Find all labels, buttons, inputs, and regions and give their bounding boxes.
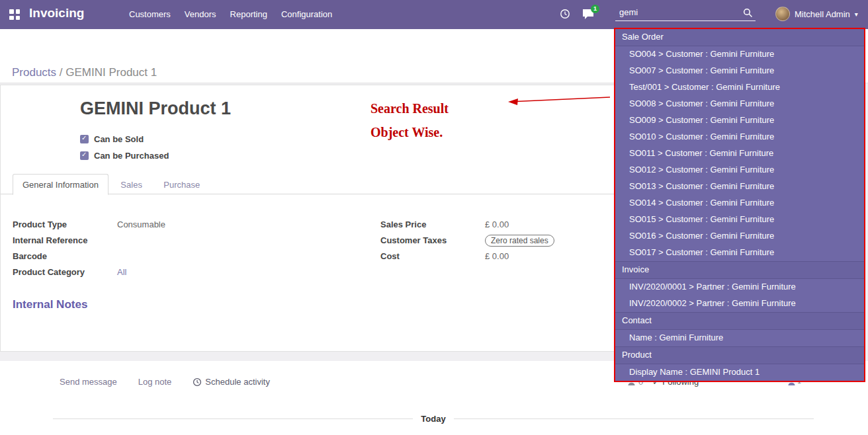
sales-price-label: Sales Price	[380, 219, 485, 231]
section-header-product: Product	[615, 346, 864, 364]
tab-purchase[interactable]: Purchase	[154, 175, 209, 194]
contact-items: Name : Gemini Furniture	[615, 330, 864, 346]
avatar	[775, 7, 790, 21]
breadcrumb-products-link[interactable]: Products	[12, 66, 56, 79]
global-search	[615, 5, 756, 21]
schedule-activity-button[interactable]: Schedule activity	[193, 377, 270, 387]
can-be-sold-row[interactable]: Can be Sold	[80, 134, 144, 144]
fields-left-column: Product Type Consumable Internal Referen…	[13, 219, 343, 282]
tab-general-information[interactable]: General Information	[13, 174, 108, 195]
search-result-item[interactable]: SO009 > Customer : Gemini Furniture	[615, 112, 864, 129]
section-sale-order: Sale Order SO004 > Customer : Gemini Fur…	[615, 29, 864, 261]
annotation-line2: Object Wise.	[370, 120, 449, 144]
chatter-actions: Send message Log note Schedule activity	[60, 377, 270, 387]
invoicing-app: Invoicing Customers Vendors Reporting Co…	[0, 0, 868, 435]
breadcrumb: Products / GEMINI Product 1	[12, 66, 157, 79]
internal-reference-label: Internal Reference	[13, 235, 117, 247]
barcode-row: Barcode	[13, 251, 343, 262]
can-be-purchased-label: Can be Purchased	[94, 151, 169, 161]
can-be-purchased-row[interactable]: Can be Purchased	[80, 151, 169, 161]
search-result-item[interactable]: SO012 > Customer : Gemini Furniture	[615, 162, 864, 178]
can-be-sold-label: Can be Sold	[94, 134, 144, 144]
app-title[interactable]: Invoicing	[29, 6, 84, 20]
tab-sales[interactable]: Sales	[111, 175, 152, 194]
search-result-item[interactable]: SO007 > Customer : Gemini Furniture	[615, 63, 864, 79]
search-input[interactable]	[615, 5, 738, 20]
sales-price-value: £ 0.00	[485, 219, 509, 231]
search-result-item[interactable]: Name : Gemini Furniture	[615, 330, 864, 346]
search-result-item[interactable]: SO017 > Customer : Gemini Furniture	[615, 245, 864, 261]
can-be-sold-checkbox[interactable]	[80, 135, 89, 143]
product-items: Display Name : GEMINI Product 1	[615, 364, 864, 381]
search-results-dropdown: Sale Order SO004 > Customer : Gemini Fur…	[614, 28, 865, 382]
activities-clock-icon[interactable]	[560, 9, 570, 22]
search-result-item[interactable]: INV/2020/0001 > Partner : Gemini Furnitu…	[615, 279, 864, 296]
annotation-text: Search Result Object Wise.	[370, 97, 449, 144]
user-name: Mitchell Admin	[795, 9, 850, 19]
annotation-line1: Search Result	[370, 97, 449, 120]
product-title: GEMINI Product 1	[80, 99, 231, 119]
send-message-button[interactable]: Send message	[60, 377, 117, 387]
internal-reference-row: Internal Reference	[13, 235, 343, 247]
date-divider: Today	[53, 414, 814, 424]
section-header-sale-order: Sale Order	[615, 29, 864, 46]
search-result-item[interactable]: Test/001 > Customer : Gemini Furniture	[615, 79, 864, 96]
breadcrumb-current: GEMINI Product 1	[65, 66, 157, 79]
search-result-item[interactable]: SO010 > Customer : Gemini Furniture	[615, 129, 864, 145]
search-icon[interactable]	[743, 8, 753, 20]
apps-grid-icon[interactable]	[9, 9, 20, 20]
user-menu[interactable]: Mitchell Admin ▾	[775, 7, 858, 21]
product-category-value[interactable]: All	[117, 266, 126, 278]
menu-reporting[interactable]: Reporting	[230, 9, 267, 19]
section-contact: Contact Name : Gemini Furniture	[615, 312, 864, 346]
search-result-item[interactable]: SO014 > Customer : Gemini Furniture	[615, 195, 864, 212]
customer-taxes-tag[interactable]: Zero rated sales	[485, 235, 554, 247]
clock-icon	[193, 377, 202, 387]
menu-vendors[interactable]: Vendors	[185, 9, 216, 19]
search-result-item[interactable]: SO004 > Customer : Gemini Furniture	[615, 46, 864, 63]
barcode-label: Barcode	[13, 251, 117, 262]
section-invoice: Invoice INV/2020/0001 > Partner : Gemini…	[615, 261, 864, 312]
cost-value: £ 0.00	[485, 251, 509, 262]
breadcrumb-separator: /	[56, 66, 65, 79]
customer-taxes-label: Customer Taxes	[380, 235, 485, 247]
search-result-item[interactable]: SO011 > Customer : Gemini Furniture	[615, 145, 864, 162]
section-product: Product Display Name : GEMINI Product 1	[615, 346, 864, 381]
sale-order-items: SO004 > Customer : Gemini FurnitureSO007…	[615, 46, 864, 261]
search-result-item[interactable]: SO013 > Customer : Gemini Furniture	[615, 178, 864, 195]
date-divider-label: Today	[413, 414, 453, 424]
schedule-activity-label: Schedule activity	[205, 377, 270, 387]
menu-customers[interactable]: Customers	[129, 9, 171, 19]
can-be-purchased-checkbox[interactable]	[80, 151, 89, 160]
product-type-row: Product Type Consumable	[13, 219, 343, 231]
cost-label: Cost	[380, 251, 485, 262]
log-note-button[interactable]: Log note	[138, 377, 172, 387]
product-category-row: Product Category All	[13, 266, 343, 278]
search-result-item[interactable]: SO016 > Customer : Gemini Furniture	[615, 228, 864, 245]
section-header-invoice: Invoice	[615, 261, 864, 279]
search-result-item[interactable]: SO008 > Customer : Gemini Furniture	[615, 96, 864, 112]
search-result-item[interactable]: INV/2020/0002 > Partner : Gemini Furnitu…	[615, 296, 864, 312]
top-navbar: Invoicing Customers Vendors Reporting Co…	[0, 0, 868, 29]
search-result-item[interactable]: Display Name : GEMINI Product 1	[615, 364, 864, 381]
chevron-down-icon: ▾	[855, 11, 858, 18]
section-header-contact: Contact	[615, 312, 864, 330]
internal-notes-heading: Internal Notes	[13, 298, 87, 311]
product-category-label: Product Category	[13, 266, 117, 278]
invoice-items: INV/2020/0001 > Partner : Gemini Furnitu…	[615, 279, 864, 312]
main-menu: Customers Vendors Reporting Configuratio…	[129, 9, 332, 19]
menu-configuration[interactable]: Configuration	[281, 9, 332, 19]
messages-icon[interactable]: 1	[582, 9, 594, 22]
search-result-item[interactable]: SO015 > Customer : Gemini Furniture	[615, 212, 864, 228]
product-type-label: Product Type	[13, 219, 117, 231]
product-type-value: Consumable	[117, 219, 165, 231]
message-count-badge: 1	[591, 5, 599, 13]
